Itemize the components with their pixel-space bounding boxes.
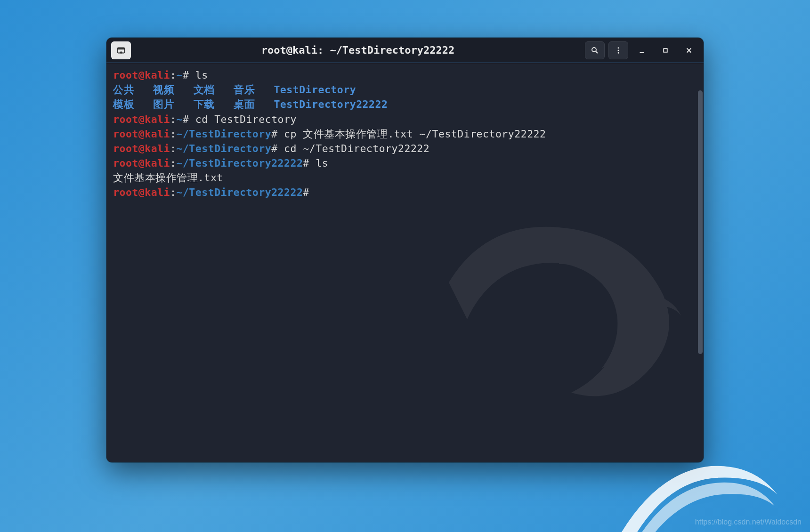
command-text: cd ~/TestDirectory22222	[284, 143, 429, 154]
maximize-icon	[661, 46, 670, 55]
prompt-path: ~	[176, 69, 182, 81]
dir-item: 视频	[153, 84, 174, 96]
command-text: cd TestDirectory	[195, 113, 297, 125]
terminal-window: root@kali: ~/TestDirectory22222	[106, 38, 704, 462]
svg-point-8	[618, 52, 619, 53]
dir-item: 公共	[113, 84, 134, 96]
prompt-user: root	[113, 69, 138, 81]
prompt-line-6: root@kali:~/TestDirectory22222#	[113, 185, 697, 200]
command-text: ls	[316, 157, 328, 169]
svg-point-6	[618, 47, 619, 48]
desktop: root@kali: ~/TestDirectory22222	[0, 0, 810, 532]
ls-output-row-1: 公共 视频 文档 音乐 TestDirectory	[113, 82, 697, 97]
search-icon	[591, 46, 599, 55]
new-tab-icon	[116, 45, 126, 56]
close-button[interactable]	[679, 41, 699, 59]
dir-item: 桌面	[234, 98, 255, 110]
scrollbar[interactable]	[698, 90, 703, 354]
dir-item: 音乐	[234, 84, 255, 96]
prompt-line-2: root@kali:~# cd TestDirectory	[113, 112, 697, 127]
prompt-line-5: root@kali:~/TestDirectory22222# ls	[113, 156, 697, 170]
svg-point-7	[618, 49, 619, 51]
svg-rect-10	[664, 48, 667, 52]
file-item: 文件基本操作管理.txt	[113, 172, 223, 184]
svg-point-4	[592, 48, 596, 52]
close-icon	[685, 46, 693, 55]
svg-line-5	[596, 51, 598, 53]
dir-item: 文档	[194, 84, 215, 96]
menu-button[interactable]	[608, 41, 628, 59]
titlebar[interactable]: root@kali: ~/TestDirectory22222	[106, 38, 704, 63]
minimize-button[interactable]	[632, 41, 652, 59]
prompt-sep: :	[170, 69, 176, 81]
search-button[interactable]	[585, 41, 605, 59]
dir-item: 下载	[194, 98, 215, 110]
terminal-body[interactable]: root@kali:~# ls 公共 视频 文档 音乐 TestDirector…	[106, 63, 704, 462]
dir-item: TestDirectory	[274, 84, 356, 96]
kebab-menu-icon	[614, 46, 623, 55]
command-text: ls	[195, 69, 208, 81]
prompt-line-3: root@kali:~/TestDirectory# cp 文件基本操作管理.t…	[113, 127, 697, 141]
command-text: cp 文件基本操作管理.txt ~/TestDirectory22222	[284, 128, 546, 140]
prompt-symbol: #	[183, 69, 189, 81]
dir-item: 图片	[153, 98, 174, 110]
ls-output-2: 文件基本操作管理.txt	[113, 170, 697, 185]
svg-rect-1	[118, 48, 125, 49]
prompt-at: @	[138, 69, 145, 81]
maximize-button[interactable]	[656, 41, 675, 59]
dir-item: 模板	[113, 98, 134, 110]
prompt-host: kali	[145, 69, 170, 81]
titlebar-right	[585, 41, 699, 59]
prompt-line-4: root@kali:~/TestDirectory# cd ~/TestDire…	[113, 141, 697, 156]
ls-output-row-2: 模板 图片 下载 桌面 TestDirectory22222	[113, 97, 697, 112]
prompt-line-1: root@kali:~# ls	[113, 68, 697, 82]
titlebar-left	[111, 41, 131, 59]
window-title: root@kali: ~/TestDirectory22222	[135, 44, 581, 56]
new-tab-button[interactable]	[111, 41, 131, 59]
minimize-icon	[638, 46, 646, 55]
watermark-text: https://blog.csdn.net/Waldocsdn	[695, 518, 802, 526]
dir-item: TestDirectory22222	[274, 98, 388, 110]
